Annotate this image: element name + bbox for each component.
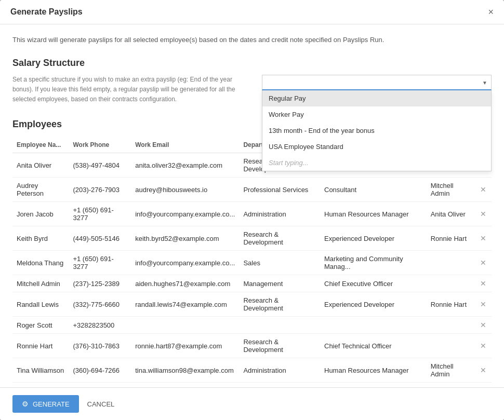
cancel-button[interactable]: CANCEL xyxy=(85,396,117,413)
cell-actions: ✕ xyxy=(476,251,492,275)
cell-manager xyxy=(427,334,476,358)
table-row: Tina Williamson (360)-694-7266 tina.will… xyxy=(12,358,492,383)
cell-department: Research & Development xyxy=(239,334,320,358)
delete-row-button[interactable]: ✕ xyxy=(480,185,486,194)
modal-body: This wizard will generate payslips for a… xyxy=(0,24,504,387)
cell-manager xyxy=(427,383,476,387)
cell-phone: (332)-775-6660 xyxy=(69,292,131,317)
dropdown-item-start-typing: Start typing... xyxy=(262,155,491,171)
cell-position: Human Resources Manager xyxy=(320,358,427,383)
dropdown-item-regular-pay[interactable]: Regular Pay xyxy=(262,90,491,106)
dropdown-item-13th-month[interactable]: 13th month - End of the year bonus xyxy=(262,123,491,139)
cell-position: Consultant xyxy=(320,178,427,202)
cell-actions: ✕ xyxy=(476,334,492,358)
cell-name: Audrey Peterson xyxy=(12,178,69,202)
delete-row-button[interactable]: ✕ xyxy=(480,210,486,218)
cell-manager xyxy=(427,317,476,334)
salary-structure-section: Set a specific structure if you wish to … xyxy=(12,75,492,105)
cell-actions: ✕ xyxy=(476,226,492,251)
cell-phone: +3282823500 xyxy=(69,317,131,334)
cell-department: Administration xyxy=(239,202,320,226)
cell-email: keith.byrd52@example.com xyxy=(131,226,239,251)
close-button[interactable]: × xyxy=(488,7,494,17)
cell-manager xyxy=(427,251,476,275)
cell-department: Management xyxy=(239,275,320,292)
table-row: Audrey Peterson (203)-276-7903 audrey@hi… xyxy=(12,178,492,202)
cell-name: Anita Oliver xyxy=(12,153,69,178)
cell-name: Randall Lewis xyxy=(12,292,69,317)
cell-manager: Ronnie Hart xyxy=(427,226,476,251)
delete-row-button[interactable]: ✕ xyxy=(480,366,486,374)
table-row: Joren Jacob +1 (650) 691-3277 info@yourc… xyxy=(12,202,492,226)
cell-department: Sales xyxy=(239,251,320,275)
cell-position: Chief Executive Officer xyxy=(320,275,427,292)
cell-name: Meldona Thang xyxy=(12,251,69,275)
delete-row-button[interactable]: ✕ xyxy=(480,279,486,288)
intro-text: This wizard will generate payslips for a… xyxy=(12,35,492,45)
cell-email: ronnie.hart87@example.com xyxy=(131,334,239,358)
cell-phone: (449)-505-5146 xyxy=(69,226,131,251)
cell-name: Joren Jacob xyxy=(12,202,69,226)
col-header-phone: Work Phone xyxy=(69,138,131,153)
col-header-email: Work Email xyxy=(131,138,239,153)
cell-name: Mitchell Admin xyxy=(12,275,69,292)
cell-phone: +1 (650) 691-3277 xyxy=(69,383,131,387)
cell-actions: ✕ xyxy=(476,383,492,387)
cell-email: randall.lewis74@example.com xyxy=(131,292,239,317)
cell-phone: (538)-497-4804 xyxy=(69,153,131,178)
delete-row-button[interactable]: ✕ xyxy=(480,342,486,350)
dropdown-item-worker-pay[interactable]: Worker Pay xyxy=(262,106,491,123)
table-row: Roger Scott +3282823500 ✕ xyxy=(12,317,492,334)
cell-name: Ronnie Hart xyxy=(12,334,69,358)
delete-row-button[interactable]: ✕ xyxy=(480,321,486,329)
cell-phone: +1 (650) 691-3277 xyxy=(69,202,131,226)
gear-icon: ⚙ xyxy=(22,400,29,408)
modal-title: Generate Payslips xyxy=(10,7,83,17)
cell-email: audrey@hibousweets.io xyxy=(131,178,239,202)
cell-name: Walt Hibou xyxy=(12,383,69,387)
cell-actions: ✕ xyxy=(476,358,492,383)
cell-actions: ✕ xyxy=(476,178,492,202)
cell-position: Experienced Developer xyxy=(320,226,427,251)
salary-structure-title: Salary Structure xyxy=(12,58,492,69)
cell-name: Roger Scott xyxy=(12,317,69,334)
table-row: Mitchell Admin (237)-125-2389 aiden.hugh… xyxy=(12,275,492,292)
cell-email: info@yourcompany.example.co... xyxy=(131,251,239,275)
cell-actions: ✕ xyxy=(476,202,492,226)
delete-row-button[interactable]: ✕ xyxy=(480,259,486,267)
salary-structure-input-wrapper: ▼ Regular Pay Worker Pay 13th month - En… xyxy=(262,75,492,90)
salary-structure-dropdown: Regular Pay Worker Pay 13th month - End … xyxy=(262,90,492,171)
modal-footer: ⚙ GENERATE CANCEL xyxy=(0,387,504,420)
generate-button-label: GENERATE xyxy=(33,400,70,408)
cell-actions: ✕ xyxy=(476,317,492,334)
cell-department: Research & Development xyxy=(239,226,320,251)
cell-phone: (360)-694-7266 xyxy=(69,358,131,383)
cell-manager xyxy=(427,275,476,292)
generate-button[interactable]: ⚙ GENERATE xyxy=(12,395,79,413)
cell-actions: ✕ xyxy=(476,292,492,317)
cell-name: Keith Byrd xyxy=(12,226,69,251)
cell-department: Administration xyxy=(239,358,320,383)
generate-payslips-modal: Generate Payslips × This wizard will gen… xyxy=(0,0,504,420)
cell-phone: (203)-276-7903 xyxy=(69,178,131,202)
cell-email xyxy=(131,317,239,334)
modal-header: Generate Payslips × xyxy=(0,0,504,24)
cell-email: info@yourcompany.example.co... xyxy=(131,202,239,226)
cell-position: Human Resources Manager xyxy=(320,202,427,226)
cell-position: Chief Technical Officer xyxy=(320,334,427,358)
delete-row-button[interactable]: ✕ xyxy=(480,300,486,308)
delete-row-button[interactable]: ✕ xyxy=(480,234,486,242)
cell-phone: (237)-125-2389 xyxy=(69,275,131,292)
cell-position: Marketing and Community Manag... xyxy=(320,251,427,275)
table-row: Meldona Thang +1 (650) 691-3277 info@you… xyxy=(12,251,492,275)
employees-table: Employee Na... Work Phone Work Email Dep… xyxy=(12,138,492,387)
table-row: Keith Byrd (449)-505-5146 keith.byrd52@e… xyxy=(12,226,492,251)
cell-department: Research & Development xyxy=(239,292,320,317)
table-row: Ronnie Hart (376)-310-7863 ronnie.hart87… xyxy=(12,334,492,358)
table-row: Walt Hibou +1 (650) 691-3277 ✕ xyxy=(12,383,492,387)
cell-email xyxy=(131,383,239,387)
dropdown-item-usa-employee[interactable]: USA Employee Standard xyxy=(262,139,491,155)
salary-structure-description: Set a specific structure if you wish to … xyxy=(12,75,251,105)
salary-structure-input[interactable] xyxy=(262,75,492,90)
cell-name: Tina Williamson xyxy=(12,358,69,383)
